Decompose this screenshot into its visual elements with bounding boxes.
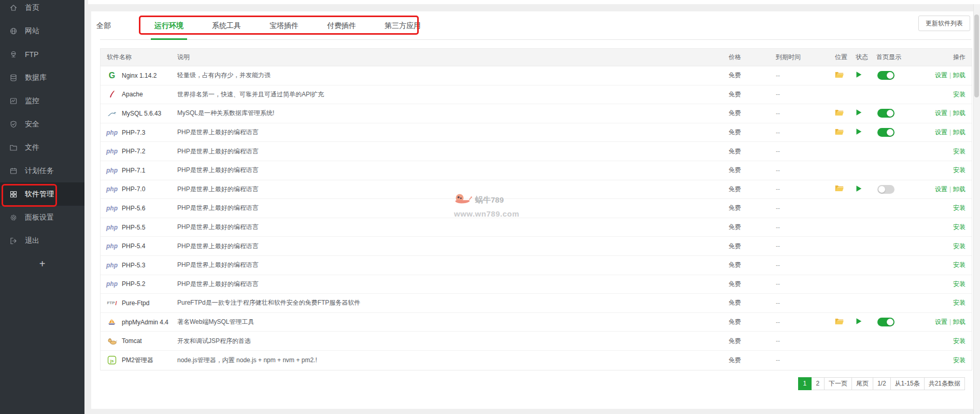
tab-全部[interactable]: 全部	[96, 11, 111, 40]
install-link[interactable]: 安装	[953, 204, 965, 211]
home-icon	[9, 3, 18, 12]
pagination-item-2[interactable]: 2	[811, 377, 825, 390]
settings-link[interactable]: 设置	[935, 129, 947, 136]
tab-宝塔插件[interactable]: 宝塔插件	[269, 11, 299, 40]
install-link[interactable]: 安装	[953, 356, 965, 364]
price-value: 免费	[729, 147, 776, 156]
uninstall-link[interactable]: 卸载	[953, 109, 965, 117]
software-desc: PHP是世界上最好的编程语言	[177, 128, 729, 137]
install-link[interactable]: 安装	[953, 166, 965, 174]
price-value: 免费	[729, 71, 776, 80]
sidebar-item-计划任务[interactable]: 计划任务	[0, 159, 84, 182]
sidebar-item-面板设置[interactable]: 面板设置	[0, 206, 84, 229]
software-name: Tomcat	[122, 337, 142, 345]
home-show-toggle[interactable]	[877, 71, 894, 80]
pagination-item-下一页[interactable]: 下一页	[824, 377, 852, 390]
home-show-toggle[interactable]	[877, 318, 894, 326]
grid-icon	[9, 190, 18, 199]
scrollbar-track[interactable]	[973, 4, 980, 414]
status-running-play-icon[interactable]	[856, 128, 862, 137]
pagination-item-尾页[interactable]: 尾页	[851, 377, 873, 390]
sidebar-item-软件管理[interactable]: 软件管理	[0, 182, 84, 206]
status-running-play-icon[interactable]	[856, 109, 862, 118]
settings-link[interactable]: 设置	[935, 109, 947, 117]
sidebar-item-label: 监控	[25, 96, 39, 106]
sidebar-item-label: 面板设置	[25, 213, 54, 222]
globe-icon	[9, 26, 18, 36]
folder-location-icon[interactable]	[835, 109, 844, 118]
table-row: phpPHP-5.5PHP是世界上最好的编程语言免费--安装	[101, 218, 972, 237]
sidebar-item-FTP[interactable]: FTP	[0, 42, 84, 66]
expire-value: --	[776, 262, 835, 269]
install-link[interactable]: 安装	[953, 223, 965, 231]
folder-location-icon[interactable]	[835, 185, 844, 193]
col-header-price: 价格	[729, 53, 776, 62]
uninstall-link[interactable]: 卸载	[953, 185, 965, 193]
settings-link[interactable]: 设置	[935, 72, 947, 79]
software-name: phpMyAdmin 4.4	[122, 319, 168, 326]
scrollbar-thumb[interactable]	[974, 15, 979, 97]
settings-link[interactable]: 设置	[935, 185, 947, 193]
php-icon: php	[107, 223, 117, 232]
pagination-item-从1-15条[interactable]: 从1-15条	[890, 377, 925, 390]
sidebar-item-label: 网站	[25, 26, 39, 36]
pagination-item-1[interactable]: 1	[798, 377, 812, 390]
price-value: 免费	[729, 298, 776, 307]
table-row: FTP/Pure-FtpdPureFTPd是一款专注于程序健壮和软件安全的免费F…	[101, 294, 972, 313]
folder-location-icon[interactable]	[835, 72, 844, 80]
install-link[interactable]: 安装	[953, 280, 965, 288]
price-value: 免费	[729, 90, 776, 99]
home-show-toggle[interactable]	[877, 185, 894, 194]
sidebar-item-退出[interactable]: 退出	[0, 229, 84, 252]
install-link[interactable]: 安装	[953, 337, 965, 345]
software-desc: PHP是世界上最好的编程语言	[177, 204, 729, 212]
uninstall-link[interactable]: 卸载	[953, 72, 965, 79]
col-header-home-show: 首页显示	[876, 53, 932, 62]
expire-value: --	[776, 356, 835, 364]
home-show-toggle[interactable]	[877, 128, 894, 137]
status-running-play-icon[interactable]	[856, 318, 862, 326]
software-name: PM2管理器	[122, 356, 153, 365]
software-desc: MySQL是一种关系数据库管理系统!	[177, 109, 729, 118]
sidebar-item-安全[interactable]: 安全	[0, 112, 84, 136]
pagination-item-共21条数据[interactable]: 共21条数据	[924, 377, 965, 390]
status-running-play-icon[interactable]	[856, 71, 862, 80]
status-running-play-icon[interactable]	[856, 185, 862, 194]
sidebar-item-监控[interactable]: 监控	[0, 89, 84, 112]
sidebar-item-网站[interactable]: 网站	[0, 19, 84, 42]
tab-付费插件[interactable]: 付费插件	[327, 11, 356, 40]
settings-link[interactable]: 设置	[935, 318, 947, 325]
sidebar-item-文件[interactable]: 文件	[0, 136, 84, 159]
col-header-status: 状态	[856, 53, 876, 62]
install-link[interactable]: 安装	[953, 148, 965, 155]
sidebar-item-数据库[interactable]: 数据库	[0, 66, 84, 89]
software-name: Pure-Ftpd	[122, 299, 149, 307]
software-desc: 开发和调试JSP程序的首选	[177, 337, 729, 346]
tabs: 全部运行环境系统工具宝塔插件付费插件第三方应用	[96, 11, 449, 40]
table-row: phpPHP-5.6PHP是世界上最好的编程语言免费--安装	[101, 199, 972, 218]
folder-location-icon[interactable]	[835, 129, 844, 137]
software-name: PHP-7.3	[122, 129, 145, 136]
price-value: 免费	[729, 337, 776, 346]
sidebar-add-button[interactable]: +	[0, 256, 84, 271]
price-value: 免费	[729, 356, 776, 365]
sidebar-item-label: 计划任务	[25, 166, 54, 176]
folder-location-icon[interactable]	[835, 318, 844, 326]
tab-运行环境[interactable]: 运行环境	[154, 11, 183, 40]
uninstall-link[interactable]: 卸载	[953, 129, 965, 136]
install-link[interactable]: 安装	[953, 91, 965, 98]
uninstall-link[interactable]: 卸载	[953, 318, 965, 325]
tab-第三方应用[interactable]: 第三方应用	[385, 11, 421, 40]
software-name: PHP-5.4	[122, 242, 145, 250]
price-value: 免费	[729, 204, 776, 212]
sidebar-item-首页[interactable]: 首页	[0, 0, 84, 19]
install-link[interactable]: 安装	[953, 299, 965, 306]
pagination-item-1/2[interactable]: 1/2	[873, 377, 891, 390]
database-icon	[9, 73, 18, 82]
software-desc: 著名Web端MySQL管理工具	[177, 318, 729, 326]
update-software-list-button[interactable]: 更新软件列表	[918, 16, 970, 31]
home-show-toggle[interactable]	[877, 109, 894, 118]
install-link[interactable]: 安装	[953, 261, 965, 268]
tab-系统工具[interactable]: 系统工具	[212, 11, 241, 40]
install-link[interactable]: 安装	[953, 242, 965, 250]
